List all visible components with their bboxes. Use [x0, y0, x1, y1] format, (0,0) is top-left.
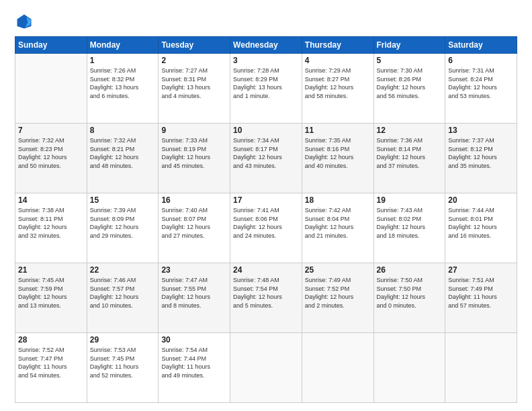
calendar-cell: 8Sunrise: 7:32 AM Sunset: 8:21 PM Daylig…	[87, 124, 159, 193]
calendar-cell: 11Sunrise: 7:35 AM Sunset: 8:16 PM Dayli…	[302, 124, 373, 193]
day-info: Sunrise: 7:26 AM Sunset: 8:32 PM Dayligh…	[90, 66, 156, 100]
calendar-cell: 16Sunrise: 7:40 AM Sunset: 8:07 PM Dayli…	[159, 193, 230, 263]
logo	[15, 12, 36, 31]
calendar-cell: 7Sunrise: 7:32 AM Sunset: 8:23 PM Daylig…	[15, 124, 87, 193]
calendar-cell: 4Sunrise: 7:29 AM Sunset: 8:27 PM Daylig…	[302, 54, 373, 124]
calendar-cell: 1Sunrise: 7:26 AM Sunset: 8:32 PM Daylig…	[87, 54, 159, 124]
calendar-cell: 17Sunrise: 7:41 AM Sunset: 8:06 PM Dayli…	[230, 193, 302, 263]
day-number: 14	[18, 195, 84, 205]
day-number: 19	[377, 195, 443, 205]
calendar-cell: 24Sunrise: 7:48 AM Sunset: 7:54 PM Dayli…	[230, 263, 302, 333]
calendar-cell: 26Sunrise: 7:50 AM Sunset: 7:50 PM Dayli…	[373, 263, 445, 333]
calendar-cell: 13Sunrise: 7:37 AM Sunset: 8:12 PM Dayli…	[445, 124, 517, 193]
calendar-cell: 19Sunrise: 7:43 AM Sunset: 8:02 PM Dayli…	[373, 193, 445, 263]
day-info: Sunrise: 7:51 AM Sunset: 7:49 PM Dayligh…	[448, 276, 514, 310]
calendar-cell: 2Sunrise: 7:27 AM Sunset: 8:31 PM Daylig…	[159, 54, 230, 124]
day-number: 27	[448, 265, 514, 275]
day-number: 5	[377, 56, 443, 65]
day-info: Sunrise: 7:27 AM Sunset: 8:31 PM Dayligh…	[161, 66, 227, 100]
day-number: 20	[448, 195, 514, 205]
calendar-cell: 6Sunrise: 7:31 AM Sunset: 8:24 PM Daylig…	[445, 54, 517, 124]
calendar-header-sunday: Sunday	[15, 37, 87, 54]
day-info: Sunrise: 7:35 AM Sunset: 8:16 PM Dayligh…	[305, 136, 371, 170]
day-number: 9	[161, 126, 227, 135]
day-number: 11	[305, 126, 371, 135]
calendar-week-row: 1Sunrise: 7:26 AM Sunset: 8:32 PM Daylig…	[15, 54, 517, 124]
day-number: 12	[377, 126, 443, 135]
day-info: Sunrise: 7:49 AM Sunset: 7:52 PM Dayligh…	[305, 276, 371, 310]
day-number: 8	[90, 126, 156, 135]
calendar-cell: 9Sunrise: 7:33 AM Sunset: 8:19 PM Daylig…	[159, 124, 230, 193]
calendar-cell	[373, 333, 445, 403]
day-number: 10	[233, 126, 299, 135]
day-info: Sunrise: 7:32 AM Sunset: 8:21 PM Dayligh…	[90, 136, 156, 170]
calendar-cell: 29Sunrise: 7:53 AM Sunset: 7:45 PM Dayli…	[87, 333, 159, 403]
day-info: Sunrise: 7:31 AM Sunset: 8:24 PM Dayligh…	[448, 66, 514, 100]
day-number: 15	[90, 195, 156, 205]
calendar-header-friday: Friday	[373, 37, 445, 54]
day-info: Sunrise: 7:54 AM Sunset: 7:44 PM Dayligh…	[161, 346, 227, 379]
day-number: 18	[305, 195, 371, 205]
calendar-cell	[230, 333, 302, 403]
day-info: Sunrise: 7:32 AM Sunset: 8:23 PM Dayligh…	[18, 136, 84, 170]
day-number: 21	[18, 265, 84, 275]
calendar-header-row: SundayMondayTuesdayWednesdayThursdayFrid…	[15, 37, 517, 54]
header	[15, 12, 517, 31]
day-info: Sunrise: 7:37 AM Sunset: 8:12 PM Dayligh…	[448, 136, 514, 170]
day-number: 13	[448, 126, 514, 135]
day-info: Sunrise: 7:46 AM Sunset: 7:57 PM Dayligh…	[90, 276, 156, 310]
day-info: Sunrise: 7:50 AM Sunset: 7:50 PM Dayligh…	[377, 276, 443, 310]
day-info: Sunrise: 7:38 AM Sunset: 8:11 PM Dayligh…	[18, 206, 84, 240]
day-number: 30	[161, 335, 227, 345]
day-info: Sunrise: 7:28 AM Sunset: 8:29 PM Dayligh…	[233, 66, 299, 100]
day-number: 25	[305, 265, 371, 275]
day-number: 2	[161, 56, 227, 65]
calendar-cell: 10Sunrise: 7:34 AM Sunset: 8:17 PM Dayli…	[230, 124, 302, 193]
day-info: Sunrise: 7:43 AM Sunset: 8:02 PM Dayligh…	[377, 206, 443, 240]
calendar-week-row: 28Sunrise: 7:52 AM Sunset: 7:47 PM Dayli…	[15, 333, 517, 403]
day-number: 23	[161, 265, 227, 275]
day-number: 24	[233, 265, 299, 275]
day-number: 16	[161, 195, 227, 205]
day-info: Sunrise: 7:40 AM Sunset: 8:07 PM Dayligh…	[161, 206, 227, 240]
day-info: Sunrise: 7:39 AM Sunset: 8:09 PM Dayligh…	[90, 206, 156, 240]
day-info: Sunrise: 7:29 AM Sunset: 8:27 PM Dayligh…	[305, 66, 371, 100]
day-number: 3	[233, 56, 299, 65]
calendar-cell	[302, 333, 373, 403]
calendar-cell	[15, 54, 87, 124]
day-number: 4	[305, 56, 371, 65]
day-info: Sunrise: 7:44 AM Sunset: 8:01 PM Dayligh…	[448, 206, 514, 240]
day-number: 1	[90, 56, 156, 65]
calendar-cell: 3Sunrise: 7:28 AM Sunset: 8:29 PM Daylig…	[230, 54, 302, 124]
calendar-cell: 20Sunrise: 7:44 AM Sunset: 8:01 PM Dayli…	[445, 193, 517, 263]
day-number: 29	[90, 335, 156, 345]
day-info: Sunrise: 7:33 AM Sunset: 8:19 PM Dayligh…	[161, 136, 227, 170]
logo-icon	[15, 12, 34, 31]
day-info: Sunrise: 7:41 AM Sunset: 8:06 PM Dayligh…	[233, 206, 299, 240]
day-info: Sunrise: 7:53 AM Sunset: 7:45 PM Dayligh…	[90, 346, 156, 379]
calendar-header-wednesday: Wednesday	[230, 37, 302, 54]
calendar-cell: 22Sunrise: 7:46 AM Sunset: 7:57 PM Dayli…	[87, 263, 159, 333]
calendar-header-saturday: Saturday	[445, 37, 517, 54]
day-info: Sunrise: 7:36 AM Sunset: 8:14 PM Dayligh…	[377, 136, 443, 170]
calendar-header-thursday: Thursday	[302, 37, 373, 54]
calendar-cell: 14Sunrise: 7:38 AM Sunset: 8:11 PM Dayli…	[15, 193, 87, 263]
calendar-cell	[445, 333, 517, 403]
day-info: Sunrise: 7:48 AM Sunset: 7:54 PM Dayligh…	[233, 276, 299, 310]
page: SundayMondayTuesdayWednesdayThursdayFrid…	[0, 0, 532, 411]
day-info: Sunrise: 7:52 AM Sunset: 7:47 PM Dayligh…	[18, 346, 84, 379]
day-number: 17	[233, 195, 299, 205]
day-number: 26	[377, 265, 443, 275]
calendar-header-monday: Monday	[87, 37, 159, 54]
day-number: 6	[448, 56, 514, 65]
calendar-table: SundayMondayTuesdayWednesdayThursdayFrid…	[15, 36, 517, 403]
calendar-cell: 12Sunrise: 7:36 AM Sunset: 8:14 PM Dayli…	[373, 124, 445, 193]
calendar-cell: 28Sunrise: 7:52 AM Sunset: 7:47 PM Dayli…	[15, 333, 87, 403]
day-info: Sunrise: 7:45 AM Sunset: 7:59 PM Dayligh…	[18, 276, 84, 310]
calendar-cell: 23Sunrise: 7:47 AM Sunset: 7:55 PM Dayli…	[159, 263, 230, 333]
calendar-cell: 18Sunrise: 7:42 AM Sunset: 8:04 PM Dayli…	[302, 193, 373, 263]
calendar-week-row: 21Sunrise: 7:45 AM Sunset: 7:59 PM Dayli…	[15, 263, 517, 333]
calendar-week-row: 14Sunrise: 7:38 AM Sunset: 8:11 PM Dayli…	[15, 193, 517, 263]
calendar-cell: 30Sunrise: 7:54 AM Sunset: 7:44 PM Dayli…	[159, 333, 230, 403]
day-info: Sunrise: 7:30 AM Sunset: 8:26 PM Dayligh…	[377, 66, 443, 100]
